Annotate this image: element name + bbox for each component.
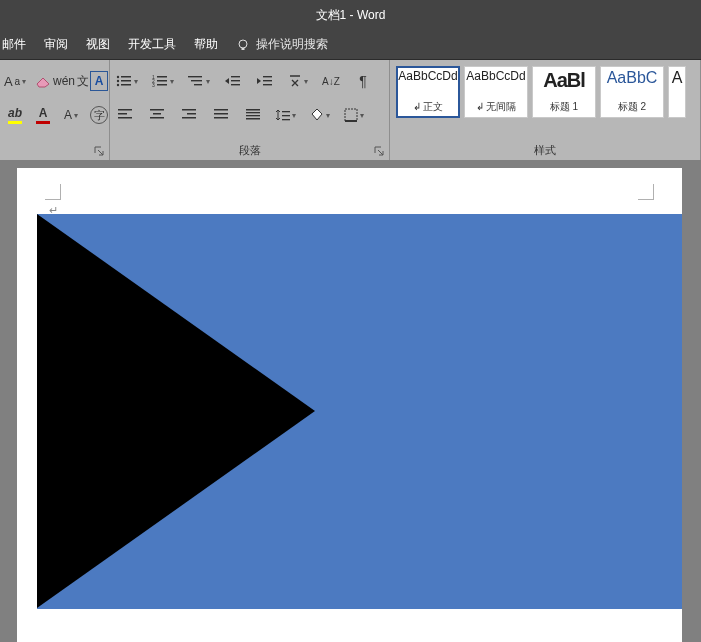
tab-mailings[interactable]: 邮件 xyxy=(2,36,26,53)
svg-point-3 xyxy=(117,76,119,78)
svg-rect-33 xyxy=(187,113,196,115)
svg-rect-17 xyxy=(194,84,202,85)
style-no-spacing[interactable]: AaBbCcDd ↲ 无间隔 xyxy=(464,66,528,118)
triangle-shape[interactable] xyxy=(37,214,315,608)
style-normal[interactable]: AaBbCcDd ↲ 正文 xyxy=(396,66,460,118)
svg-rect-16 xyxy=(191,80,202,81)
svg-rect-30 xyxy=(153,113,161,115)
bullets-button[interactable]: ▾ xyxy=(116,71,138,91)
sort-button[interactable]: A↓Z xyxy=(322,71,340,91)
asian-layout-button[interactable]: ▾ xyxy=(288,71,308,91)
svg-rect-26 xyxy=(118,109,132,111)
svg-rect-36 xyxy=(214,113,228,115)
svg-rect-38 xyxy=(246,109,260,111)
svg-rect-37 xyxy=(214,117,228,119)
multilevel-list-button[interactable]: ▾ xyxy=(188,71,210,91)
svg-rect-41 xyxy=(246,118,260,120)
svg-rect-27 xyxy=(118,113,127,115)
lightbulb-icon xyxy=(236,38,250,52)
character-border-button[interactable]: A xyxy=(90,71,108,91)
svg-rect-6 xyxy=(121,80,131,82)
shading-button[interactable]: ▾ xyxy=(310,105,330,125)
svg-rect-32 xyxy=(182,109,196,111)
tab-review[interactable]: 审阅 xyxy=(44,36,68,53)
numbering-button[interactable]: 123▾ xyxy=(152,71,174,91)
window-titlebar: 文档1 - Word xyxy=(0,0,701,30)
character-scaling-button[interactable]: A▾ xyxy=(62,105,80,125)
svg-rect-42 xyxy=(282,111,290,112)
decrease-indent-button[interactable] xyxy=(224,71,242,91)
svg-marker-22 xyxy=(257,78,261,84)
show-hide-marks-button[interactable]: ¶ xyxy=(354,71,372,91)
distributed-button[interactable] xyxy=(244,105,262,125)
paragraph-group-label: 段落 xyxy=(110,143,389,158)
margin-corner-top-right xyxy=(638,184,654,200)
align-left-button[interactable] xyxy=(116,105,134,125)
svg-text:3: 3 xyxy=(152,82,155,88)
style-heading-1[interactable]: AaBl 标题 1 xyxy=(532,66,596,118)
text-highlight-button[interactable]: ab xyxy=(6,105,24,125)
enclose-characters-button[interactable]: 字 xyxy=(90,106,108,124)
svg-point-7 xyxy=(117,84,119,86)
svg-marker-18 xyxy=(225,78,229,84)
svg-rect-10 xyxy=(157,76,167,78)
svg-rect-14 xyxy=(157,84,167,86)
svg-point-0 xyxy=(239,40,247,48)
style-heading-2[interactable]: AaBbC 标题 2 xyxy=(600,66,664,118)
svg-rect-8 xyxy=(121,84,131,86)
line-spacing-button[interactable]: ▾ xyxy=(276,105,296,125)
tab-help[interactable]: 帮助 xyxy=(194,36,218,53)
styles-group-label: 样式 xyxy=(390,143,700,158)
svg-rect-12 xyxy=(157,80,167,82)
window-title: 文档1 - Word xyxy=(316,7,386,24)
group-font: Aa▾ wén 文 A ab A A▾ 字 xyxy=(0,60,110,160)
document-area: ↵ xyxy=(0,160,701,642)
phonetic-guide-button[interactable]: wén 文 xyxy=(62,71,80,91)
svg-rect-25 xyxy=(263,84,272,85)
svg-rect-19 xyxy=(231,76,240,77)
styles-gallery: AaBbCcDd ↲ 正文 AaBbCcDd ↲ 无间隔 AaBl 标题 1 A… xyxy=(396,66,694,120)
align-center-button[interactable] xyxy=(148,105,166,125)
font-dialog-launcher[interactable] xyxy=(93,145,105,157)
margin-corner-top-left xyxy=(45,184,61,200)
svg-rect-15 xyxy=(188,76,202,77)
font-color-button[interactable]: A xyxy=(34,105,52,125)
group-paragraph: ▾ 123▾ ▾ ▾ A↓Z ¶ xyxy=(110,60,390,160)
svg-rect-1 xyxy=(242,48,245,50)
svg-rect-43 xyxy=(282,115,290,116)
svg-rect-20 xyxy=(231,80,240,81)
svg-rect-23 xyxy=(263,76,272,77)
tab-view[interactable]: 视图 xyxy=(86,36,110,53)
tell-me-label: 操作说明搜索 xyxy=(256,36,328,53)
svg-rect-21 xyxy=(231,84,240,85)
svg-point-5 xyxy=(117,80,119,82)
svg-rect-35 xyxy=(214,109,228,111)
svg-rect-44 xyxy=(282,119,290,120)
increase-indent-button[interactable] xyxy=(256,71,274,91)
align-right-button[interactable] xyxy=(180,105,198,125)
tab-developer[interactable]: 开发工具 xyxy=(128,36,176,53)
change-case-button[interactable]: Aa▾ xyxy=(6,71,24,91)
borders-button[interactable]: ▾ xyxy=(344,105,364,125)
svg-rect-40 xyxy=(246,115,260,116)
svg-rect-31 xyxy=(150,117,164,119)
paragraph-dialog-launcher[interactable] xyxy=(373,145,385,157)
svg-marker-2 xyxy=(37,78,49,87)
ribbon: Aa▾ wén 文 A ab A A▾ 字 xyxy=(0,60,701,160)
justify-button[interactable] xyxy=(212,105,230,125)
group-styles: AaBbCcDd ↲ 正文 AaBbCcDd ↲ 无间隔 AaBl 标题 1 A… xyxy=(390,60,701,160)
clear-formatting-button[interactable] xyxy=(34,71,52,91)
tell-me-search[interactable]: 操作说明搜索 xyxy=(236,36,328,53)
svg-rect-28 xyxy=(118,117,132,119)
page[interactable]: ↵ xyxy=(17,168,682,642)
svg-rect-24 xyxy=(263,80,272,81)
svg-rect-45 xyxy=(345,109,357,121)
svg-rect-39 xyxy=(246,112,260,113)
svg-rect-34 xyxy=(182,117,196,119)
ribbon-tabs: 邮件 审阅 视图 开发工具 帮助 操作说明搜索 xyxy=(0,30,701,60)
style-more[interactable]: A xyxy=(668,66,686,118)
svg-rect-29 xyxy=(150,109,164,111)
svg-rect-4 xyxy=(121,76,131,78)
